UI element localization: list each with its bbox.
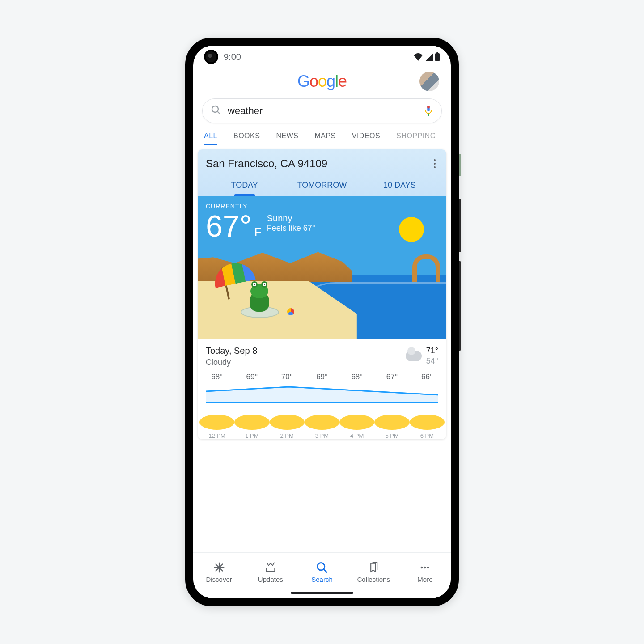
today-low: 54° (426, 356, 438, 366)
hourly-temp: 68° (339, 373, 374, 381)
hourly-temp: 66° (410, 373, 445, 381)
cellular-signal-icon (425, 53, 433, 61)
svg-rect-5 (427, 106, 430, 108)
voice-search-icon[interactable] (424, 105, 433, 117)
today-summary-row: Today, Sep 8 Cloudy 71° 54° (198, 339, 446, 369)
umbrella-illustration (213, 267, 230, 299)
svg-point-16 (424, 567, 426, 569)
nav-label: Search (311, 576, 333, 583)
hourly-time: 1 PM (234, 432, 269, 439)
current-condition: Sunny (267, 213, 315, 224)
wifi-icon (413, 53, 423, 61)
currently-label: CURRENTLY (206, 203, 315, 210)
nav-updates[interactable]: Updates (245, 561, 296, 583)
search-category-tabs: ALL BOOKS NEWS MAPS VIDEOS SHOPPING (193, 128, 451, 147)
cloud-icon (406, 351, 422, 361)
feels-like-prefix: Feels like (267, 224, 303, 233)
hourly-forecast[interactable]: 68° 69° 70° 69° 68° 67° 66° (198, 369, 446, 439)
nav-label: Discover (206, 576, 232, 583)
sunny-icon (199, 415, 234, 430)
svg-rect-1 (436, 52, 438, 54)
weather-range-tabs: TODAY TOMORROW 10 DAYS (206, 181, 438, 196)
tab-maps[interactable]: MAPS (314, 132, 335, 145)
hourly-temp: 68° (199, 373, 234, 381)
beachball-illustration (287, 308, 294, 315)
tab-videos[interactable]: VIDEOS (352, 132, 380, 145)
hourly-time: 4 PM (339, 432, 374, 439)
today-date: Today, Sep 8 (206, 346, 257, 356)
home-indicator[interactable] (291, 592, 353, 594)
google-logo: Google (297, 72, 347, 91)
current-temperature: 67° (206, 211, 252, 241)
nav-more[interactable]: More (399, 561, 451, 583)
volume-up-button[interactable] (459, 199, 461, 252)
nav-search[interactable]: Search (296, 561, 347, 583)
volume-down-button[interactable] (459, 261, 461, 351)
frog-illustration (241, 306, 279, 318)
hourly-time: 6 PM (410, 432, 445, 439)
sunny-icon (339, 415, 374, 430)
nav-label: Collections (357, 576, 390, 583)
temperature-unit: F (254, 225, 262, 239)
nav-collections[interactable]: Collections (348, 561, 399, 583)
hourly-time: 3 PM (305, 432, 339, 439)
svg-point-15 (421, 567, 423, 569)
screen: 9:00 Google (193, 46, 451, 598)
hourly-condition-icons (199, 415, 445, 430)
search-bar[interactable]: weather (202, 98, 442, 123)
bottom-navigation: Discover Updates Search Collections More (193, 552, 451, 592)
tab-shopping[interactable]: SHOPPING (396, 132, 436, 145)
hourly-time: 2 PM (270, 432, 305, 439)
weather-location: San Francisco, CA 94109 (206, 157, 327, 170)
sunny-icon (410, 415, 445, 430)
sun-icon (399, 217, 424, 242)
weather-tab-10days[interactable]: 10 DAYS (361, 181, 438, 196)
weather-tab-tomorrow[interactable]: TOMORROW (283, 181, 360, 196)
svg-line-14 (324, 569, 327, 572)
sunny-icon (270, 415, 305, 430)
hourly-time: 12 PM (199, 432, 234, 439)
sunny-icon (234, 415, 269, 430)
search-input[interactable]: weather (228, 105, 417, 117)
nav-label: Updates (258, 576, 283, 583)
today-condition: Cloudy (206, 358, 257, 367)
hourly-time: 5 PM (374, 432, 409, 439)
hourly-temp: 70° (270, 373, 305, 381)
svg-point-17 (427, 567, 429, 569)
card-overflow-menu[interactable] (431, 157, 438, 171)
weather-tab-today[interactable]: TODAY (206, 181, 283, 196)
clock: 9:00 (224, 52, 241, 62)
svg-rect-0 (435, 53, 440, 61)
today-high: 71° (426, 346, 438, 356)
results-scroll[interactable]: San Francisco, CA 94109 TODAY TOMORROW 1… (193, 147, 451, 552)
phone-frame: 9:00 Google (185, 38, 459, 606)
svg-line-12 (273, 563, 274, 565)
tab-all[interactable]: ALL (204, 132, 217, 145)
tab-news[interactable]: NEWS (276, 132, 298, 145)
power-button[interactable] (459, 154, 461, 176)
status-bar: 9:00 (193, 46, 451, 68)
feels-like: Feels like 67° (267, 224, 315, 233)
svg-line-11 (267, 563, 268, 565)
hourly-time-labels: 12 PM 1 PM 2 PM 3 PM 4 PM 5 PM 6 PM (199, 432, 445, 439)
sunny-icon (305, 415, 339, 430)
tab-books[interactable]: BOOKS (233, 132, 260, 145)
hourly-temp: 67° (374, 373, 409, 381)
nav-label: More (417, 576, 432, 583)
svg-line-3 (217, 111, 220, 114)
battery-icon (435, 52, 440, 61)
feels-like-value: 67° (303, 224, 315, 233)
app-header: Google (193, 68, 451, 95)
profile-avatar[interactable] (419, 72, 439, 91)
hourly-temp-labels: 68° 69° 70° 69° 68° 67° 66° (199, 373, 445, 381)
hourly-temp: 69° (234, 373, 269, 381)
weather-hero: CURRENTLY 67° F Sunny Feels like 67° (198, 196, 446, 339)
sunny-icon (374, 415, 409, 430)
nav-discover[interactable]: Discover (193, 561, 245, 583)
front-camera (204, 50, 218, 64)
weather-card: San Francisco, CA 94109 TODAY TOMORROW 1… (198, 149, 446, 439)
hourly-temp: 69° (305, 373, 339, 381)
search-icon (211, 105, 221, 117)
hourly-sparkline (206, 382, 438, 403)
